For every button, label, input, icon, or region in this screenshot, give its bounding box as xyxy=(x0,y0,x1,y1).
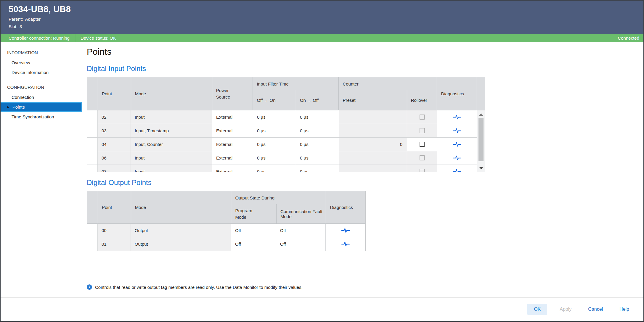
diagnostics-cell xyxy=(326,224,365,237)
power-source-cell[interactable]: External xyxy=(212,165,253,172)
on-off-cell[interactable]: 0 µs xyxy=(296,151,339,165)
digital-input-points-heading: Digital Input Points xyxy=(87,65,643,73)
ok-button[interactable]: OK xyxy=(527,304,547,315)
col-row-selector xyxy=(87,191,98,223)
row-selector-cell[interactable] xyxy=(87,124,98,137)
col-point: Point xyxy=(98,77,131,110)
counter-label: Counter xyxy=(339,77,437,90)
section-information: INFORMATION Overview Device Information xyxy=(1,47,82,77)
communication-fault-mode-cell[interactable]: Off xyxy=(276,224,326,237)
diagnostics-pulse-icon[interactable] xyxy=(453,169,461,172)
col-mode: Mode xyxy=(131,77,212,110)
parent-value: Adapter xyxy=(25,17,41,22)
off-on-cell[interactable]: 0 µs xyxy=(253,124,296,137)
output-table-body: 00 Output Off Off 01 Output Off Off xyxy=(87,224,365,251)
point-cell: 06 xyxy=(98,151,131,165)
col-row-selector xyxy=(87,77,98,110)
row-selector-cell[interactable] xyxy=(87,110,98,124)
row-selector-cell[interactable] xyxy=(87,151,98,165)
diagnostics-pulse-icon[interactable] xyxy=(341,241,350,247)
point-cell: 03 xyxy=(98,124,131,137)
preset-cell[interactable]: 0 xyxy=(339,138,407,151)
input-table-scrollbar[interactable] xyxy=(477,110,485,172)
col-off-on: Off → On xyxy=(253,90,296,110)
col-scrollbar-spacer xyxy=(477,77,485,110)
off-on-cell[interactable]: 0 µs xyxy=(253,138,296,151)
digital-output-points-table: Point Mode Output State During Program M… xyxy=(87,191,366,251)
section-configuration: CONFIGURATION Connection ▶ Points Time S… xyxy=(1,82,82,122)
rollover-checkbox xyxy=(420,169,425,172)
table-row: 07 Input External 0 µs 0 µs xyxy=(87,165,485,172)
sidebar-item-time-synchronization[interactable]: Time Synchronization xyxy=(1,112,82,122)
input-table-header: Point Mode Power Source Input Filter Tim… xyxy=(87,77,485,110)
off-on-cell[interactable]: 0 µs xyxy=(253,165,296,172)
page-title: Points xyxy=(87,47,643,57)
scrollbar-thumb[interactable] xyxy=(478,118,484,161)
table-row: 06 Input External 0 µs 0 µs xyxy=(87,151,485,165)
program-mode-cell[interactable]: Off xyxy=(231,224,276,237)
col-group-counter: Counter Preset Rollover xyxy=(338,77,437,110)
power-source-cell[interactable]: External xyxy=(212,138,253,151)
selected-item-arrow-icon: ▶ xyxy=(7,106,9,109)
rollover-cell xyxy=(407,151,437,165)
main-panel: Points Digital Input Points Point Mode P… xyxy=(82,42,643,297)
diagnostics-pulse-icon[interactable] xyxy=(453,114,461,120)
point-cell: 02 xyxy=(98,110,131,124)
diagnostics-cell xyxy=(437,151,477,165)
diagnostics-pulse-icon[interactable] xyxy=(453,141,461,147)
on-off-cell[interactable]: 0 µs xyxy=(296,165,339,172)
power-source-cell[interactable]: External xyxy=(212,110,253,124)
power-source-cell[interactable]: External xyxy=(212,151,253,165)
power-source-cell[interactable]: External xyxy=(212,124,253,137)
col-diagnostics: Diagnostics xyxy=(326,191,365,223)
col-point: Point xyxy=(98,191,131,223)
rollover-checkbox xyxy=(420,128,425,133)
scroll-up-icon[interactable] xyxy=(479,113,483,116)
row-selector-cell[interactable] xyxy=(87,165,98,172)
cancel-button[interactable]: Cancel xyxy=(584,304,607,315)
sidebar-item-connection[interactable]: Connection xyxy=(1,92,82,102)
table-row: 02 Input External 0 µs 0 µs xyxy=(87,110,485,124)
device-profile-window: 5034-UB8, UB8 Parent:Adapter Slot:3 Cont… xyxy=(0,0,644,322)
preset-cell xyxy=(339,110,407,124)
program-mode-cell[interactable]: Off xyxy=(231,237,276,251)
row-selector-cell[interactable] xyxy=(87,138,98,151)
status-bar: Controller connection: Running Device st… xyxy=(1,34,643,42)
on-off-cell[interactable]: 0 µs xyxy=(296,138,339,151)
row-selector-cell[interactable] xyxy=(87,237,98,251)
input-table-body: 02 Input External 0 µs 0 µs 03 xyxy=(87,110,485,172)
diagnostics-pulse-icon[interactable] xyxy=(453,155,461,161)
rollover-checkbox[interactable] xyxy=(420,142,425,147)
col-mode: Mode xyxy=(131,191,231,223)
table-row: 04 Input, Counter External 0 µs 0 µs 0 xyxy=(87,138,485,151)
sidebar-item-overview[interactable]: Overview xyxy=(1,58,82,67)
diagnostics-pulse-icon[interactable] xyxy=(341,228,350,234)
section-label-information: INFORMATION xyxy=(1,47,82,58)
diagnostics-cell xyxy=(437,165,477,172)
on-off-cell[interactable]: 0 µs xyxy=(296,124,339,137)
help-button[interactable]: Help xyxy=(615,304,633,315)
device-status: Device status: OK xyxy=(75,36,116,41)
mode-cell: Input, Timestamp xyxy=(131,124,212,137)
sidebar-item-device-information[interactable]: Device Information xyxy=(1,67,82,77)
col-rollover: Rollover xyxy=(407,90,437,110)
sidebar-item-points-label: Points xyxy=(12,104,25,110)
off-on-cell[interactable]: 0 µs xyxy=(253,151,296,165)
on-off-cell[interactable]: 0 µs xyxy=(296,110,339,124)
sidebar-item-points[interactable]: ▶ Points xyxy=(1,102,82,112)
col-on-off: On → Off xyxy=(296,90,339,110)
diagnostics-cell xyxy=(437,138,477,151)
scroll-down-icon[interactable] xyxy=(479,167,483,169)
rollover-cell xyxy=(407,110,437,124)
preset-cell xyxy=(339,165,407,172)
slot-label: Slot: xyxy=(9,24,17,29)
row-selector-cell[interactable] xyxy=(87,224,98,237)
off-on-cell[interactable]: 0 µs xyxy=(253,110,296,124)
diagnostics-pulse-icon[interactable] xyxy=(453,128,461,134)
col-diagnostics: Diagnostics xyxy=(437,77,477,110)
apply-button[interactable]: Apply xyxy=(555,304,576,315)
info-message: i Controls that read or write output tag… xyxy=(87,284,643,290)
digital-output-points-heading: Digital Output Points xyxy=(87,178,643,187)
communication-fault-mode-cell[interactable]: Off xyxy=(276,237,326,251)
diagnostics-cell xyxy=(437,124,477,137)
